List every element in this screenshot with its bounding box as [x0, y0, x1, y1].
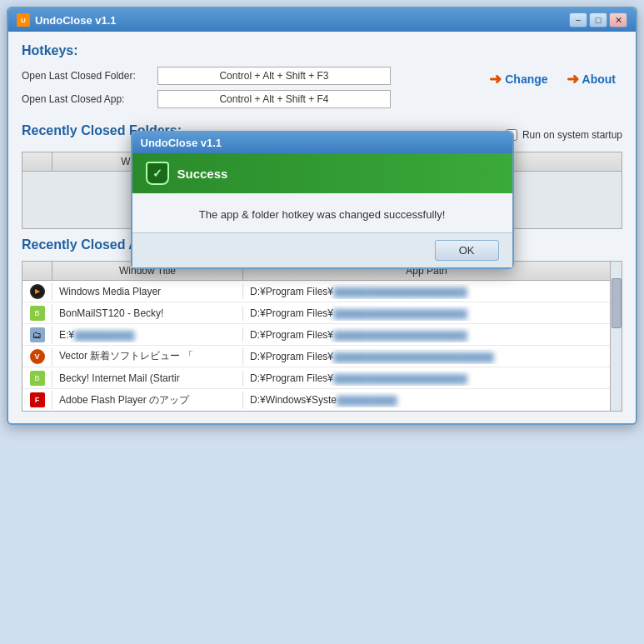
minimize-button[interactable]: − — [569, 12, 587, 27]
app-icon: U — [17, 13, 30, 27]
startup-label-text: Run on system startup — [522, 129, 622, 141]
success-dialog: UndoClose v1.1 ✓ Success The app & folde… — [131, 131, 514, 269]
window-title: UndoClose v1.1 — [35, 14, 117, 27]
about-button[interactable]: ➜ About — [560, 67, 622, 92]
row-icon: B — [22, 369, 52, 387]
row-path-blurred: ▓▓▓▓▓▓▓▓▓▓▓▓▓▓▓▓▓▓▓▓ — [333, 308, 467, 318]
table-row[interactable]: F Adobe Flash Player のアップ D:¥Windows¥Sys… — [22, 389, 610, 411]
row-icon: F — [22, 391, 52, 409]
maximize-button[interactable]: □ — [589, 12, 607, 27]
becky-icon-2: B — [30, 371, 45, 386]
hotkey-folder-input: Control + Alt + Shift + F3 — [157, 67, 391, 85]
apps-scrollbar[interactable] — [610, 262, 622, 411]
svg-text:U: U — [21, 17, 26, 24]
apps-table-with-scroll: Window Title App Path Windows Media Play… — [22, 262, 622, 411]
row-path-blurred: ▓▓▓▓▓▓▓▓▓▓▓▓▓▓▓▓▓▓▓▓▓▓▓▓ — [333, 352, 493, 362]
dialog-titlebar: UndoClose v1.1 — [132, 132, 512, 153]
row-title: Becky! Internet Mail (Startir — [52, 371, 243, 386]
row-icon: V — [22, 347, 52, 366]
title-bar-left: U UndoClose v1.1 — [17, 13, 117, 27]
hotkey-app-label: Open Last Closed App: — [22, 93, 151, 105]
dialog-footer: OK — [132, 232, 512, 267]
apps-table-container: Window Title App Path Windows Media Play… — [22, 261, 622, 412]
table-row[interactable]: Windows Media Player D:¥Program Files¥▓▓… — [22, 281, 610, 302]
row-path-blurred: ▓▓▓▓▓▓▓▓▓▓▓▓▓▓▓▓▓▓▓▓ — [333, 287, 467, 297]
hotkeys-inputs: Open Last Closed Folder: Control + Alt +… — [22, 67, 476, 113]
table-row[interactable]: B BonMailST120 - Becky! D:¥Program Files… — [22, 302, 610, 324]
wmp-icon — [30, 284, 45, 299]
hotkeys-title: Hotkeys: — [22, 43, 622, 58]
change-button[interactable]: ➜ Change — [482, 67, 554, 92]
row-title: Windows Media Player — [52, 284, 243, 299]
title-bar-buttons: − □ ✕ — [569, 12, 627, 27]
change-arrow-icon: ➜ — [489, 70, 502, 88]
row-title: BonMailST120 - Becky! — [52, 306, 243, 321]
scroll-thumb[interactable] — [612, 278, 622, 328]
startup-checkbox-label[interactable]: Run on system startup — [506, 129, 622, 141]
about-arrow-icon: ➜ — [567, 70, 579, 88]
row-title-blurred: ▓▓▓▓▓▓▓▓▓ — [74, 330, 134, 340]
hotkey-folder-label: Open Last Closed Folder: — [22, 70, 151, 82]
hotkeys-top-row: Open Last Closed Folder: Control + Alt +… — [22, 67, 622, 113]
row-path: D:¥Program Files¥▓▓▓▓▓▓▓▓▓▓▓▓▓▓▓▓▓▓▓▓ — [243, 306, 610, 321]
row-path-blurred: ▓▓▓▓▓▓▓▓▓ — [337, 395, 397, 405]
table-row[interactable]: V Vector 新着ソフトレビュー 「 D:¥Program Files¥▓▓… — [22, 346, 610, 367]
row-path: D:¥Program Files¥▓▓▓▓▓▓▓▓▓▓▓▓▓▓▓▓▓▓▓▓ — [243, 327, 610, 342]
row-title: E:¥▓▓▓▓▓▓▓▓▓ — [52, 327, 243, 342]
dialog-success-bar: ✓ Success — [132, 153, 512, 193]
vector-icon: V — [30, 349, 45, 364]
becky-icon: B — [30, 306, 45, 321]
flash-icon: F — [30, 392, 45, 407]
row-icon: B — [22, 304, 52, 322]
dialog-title: UndoClose v1.1 — [141, 137, 222, 149]
row-path-blurred: ▓▓▓▓▓▓▓▓▓▓▓▓▓▓▓▓▓▓▓▓ — [333, 330, 467, 340]
row-icon: 🗂 — [22, 326, 52, 344]
folders-table: Window Title Folder Path UndoClose v1.1 — [22, 152, 622, 229]
row-path: D:¥Program Files¥▓▓▓▓▓▓▓▓▓▓▓▓▓▓▓▓▓▓▓▓ — [243, 284, 610, 299]
apps-table-data: Window Title App Path Windows Media Play… — [22, 262, 610, 411]
folders-icon-col-header — [22, 152, 52, 171]
table-row[interactable]: B Becky! Internet Mail (Startir D:¥Progr… — [22, 367, 610, 389]
row-title: Adobe Flash Player のアップ — [52, 392, 243, 409]
hotkey-folder-row: Open Last Closed Folder: Control + Alt +… — [22, 67, 476, 85]
folders-table-body-wrapper: UndoClose v1.1 ✓ Success The app & folde… — [22, 172, 622, 228]
row-path-blurred: ▓▓▓▓▓▓▓▓▓▓▓▓▓▓▓▓▓▓▓▓ — [333, 373, 467, 383]
row-path: D:¥Program Files¥▓▓▓▓▓▓▓▓▓▓▓▓▓▓▓▓▓▓▓▓▓▓▓… — [243, 349, 610, 364]
row-path: D:¥Windows¥Syste▓▓▓▓▓▓▓▓▓ — [243, 392, 610, 407]
row-path: D:¥Program Files¥▓▓▓▓▓▓▓▓▓▓▓▓▓▓▓▓▓▓▓▓ — [243, 371, 610, 386]
hotkey-app-input: Control + Alt + Shift + F4 — [157, 90, 391, 108]
dialog-message: The app & folder hotkey was changed succ… — [132, 193, 512, 232]
main-content: Hotkeys: Open Last Closed Folder: Contro… — [8, 32, 636, 423]
hotkeys-section: Hotkeys: Open Last Closed Folder: Contro… — [22, 43, 622, 113]
success-shield-icon: ✓ — [146, 162, 169, 185]
main-window: U UndoClose v1.1 − □ ✕ Hotkeys: Open Las… — [7, 7, 637, 425]
close-button[interactable]: ✕ — [609, 12, 627, 27]
hotkey-app-row: Open Last Closed App: Control + Alt + Sh… — [22, 90, 476, 108]
row-title: Vector 新着ソフトレビュー 「 — [52, 347, 243, 365]
action-buttons: ➜ Change ➜ About — [482, 67, 622, 92]
dialog-success-label: Success — [177, 167, 228, 181]
title-bar: U UndoClose v1.1 − □ ✕ — [8, 8, 636, 32]
ok-button[interactable]: OK — [435, 240, 499, 261]
table-row[interactable]: 🗂 E:¥▓▓▓▓▓▓▓▓▓ D:¥Program Files¥▓▓▓▓▓▓▓▓… — [22, 324, 610, 346]
apps-icon-col-header — [22, 262, 52, 280]
dialog-overlay: UndoClose v1.1 ✓ Success The app & folde… — [22, 172, 622, 228]
row-icon — [22, 282, 52, 301]
folder-icon: 🗂 — [30, 327, 45, 342]
folders-section: Recently Closed Folders: Run on system s… — [22, 123, 622, 229]
